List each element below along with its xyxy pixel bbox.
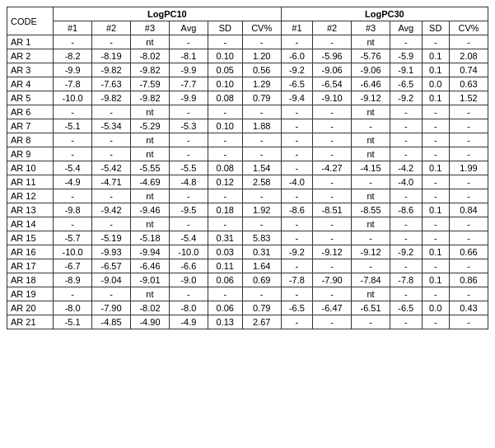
pc30-cell-0: -	[281, 161, 313, 175]
pc10-cell-4: 0.06	[208, 273, 242, 287]
sub-header-9: Avg	[390, 21, 423, 35]
pc10-cell-2: nt	[131, 287, 170, 301]
table-row: AR 17-6.7-6.57-6.46-6.60.111.64------	[7, 259, 488, 273]
pc30-cell-4: -	[422, 231, 449, 245]
pc30-cell-5: 1.52	[449, 91, 488, 105]
pc10-cell-0: -5.4	[54, 161, 92, 175]
pc30-cell-2: nt	[352, 35, 390, 49]
pc10-cell-3: -5.4	[169, 231, 208, 245]
pc30-cell-1: -6.47	[313, 301, 352, 315]
pc10-cell-4: -	[208, 133, 242, 147]
data-table: CODE LogPC10 LogPC30 #1#2#3AvgSDCV%#1#2#…	[7, 7, 488, 329]
pc10-cell-0: -8.0	[54, 301, 92, 315]
pc10-cell-1: -	[92, 217, 131, 231]
code-cell: AR 6	[7, 105, 54, 119]
table-row: AR 7-5.1-5.34-5.29-5.30.101.88------	[7, 119, 488, 133]
pc10-cell-5: 1.88	[242, 119, 281, 133]
sub-header-10: SD	[422, 21, 449, 35]
pc30-cell-5: -	[449, 147, 488, 161]
pc30-cell-2: nt	[352, 189, 390, 203]
pc30-cell-2: -6.51	[352, 301, 390, 315]
pc30-cell-2: -	[352, 315, 390, 329]
pc30-cell-5: 0.63	[449, 77, 488, 91]
pc10-cell-1: -7.63	[92, 77, 131, 91]
pc30-cell-1: -	[313, 259, 352, 273]
pc10-cell-1: -	[92, 147, 131, 161]
table-body: AR 1--nt-----nt---AR 2-8.2-8.19-8.02-8.1…	[7, 35, 488, 329]
pc10-cell-2: -9.46	[131, 203, 170, 217]
pc30-cell-0: -6.5	[281, 77, 313, 91]
pc10-cell-1: -7.90	[92, 301, 131, 315]
pc30-cell-1: -	[313, 217, 352, 231]
table-row: AR 9--nt-----nt---	[7, 147, 488, 161]
pc30-cell-1: -	[313, 287, 352, 301]
pc10-cell-0: -10.0	[54, 245, 92, 259]
pc10-cell-3: -6.6	[169, 259, 208, 273]
pc30-cell-2: -9.06	[352, 63, 390, 77]
pc30-cell-4: -	[422, 105, 449, 119]
pc10-cell-4: 0.06	[208, 301, 242, 315]
pc30-cell-2: nt	[352, 217, 390, 231]
pc10-cell-5: 0.69	[242, 273, 281, 287]
pc10-cell-4: -	[208, 105, 242, 119]
pc30-cell-0: -	[281, 217, 313, 231]
pc30-cell-1: -	[313, 147, 352, 161]
pc10-cell-5: -	[242, 105, 281, 119]
pc30-cell-3: -5.9	[390, 49, 423, 63]
table-row: AR 8--nt-----nt---	[7, 133, 488, 147]
pc10-cell-1: -4.85	[92, 315, 131, 329]
pc30-cell-5: 0.43	[449, 301, 488, 315]
pc30-cell-2: -8.55	[352, 203, 390, 217]
pc10-cell-1: -8.19	[92, 49, 131, 63]
pc10-cell-5: 0.31	[242, 245, 281, 259]
pc10-cell-3: -8.1	[169, 49, 208, 63]
sub-header-3: Avg	[169, 21, 208, 35]
pc10-cell-4: -	[208, 287, 242, 301]
pc30-cell-2: nt	[352, 105, 390, 119]
pc30-cell-1: -9.10	[313, 91, 352, 105]
pc30-cell-5: -	[449, 217, 488, 231]
pc30-cell-1: -	[313, 175, 352, 189]
pc10-cell-4: 0.05	[208, 63, 242, 77]
pc10-cell-5: 0.79	[242, 91, 281, 105]
pc10-cell-3: -	[169, 217, 208, 231]
pc30-cell-4: -	[422, 35, 449, 49]
pc10-cell-2: nt	[131, 217, 170, 231]
pc10-cell-5: 5.83	[242, 231, 281, 245]
sub-header-11: CV%	[449, 21, 488, 35]
pc30-cell-4: -	[422, 119, 449, 133]
pc10-cell-5: 2.58	[242, 175, 281, 189]
logpc10-header: LogPC10	[54, 7, 281, 21]
pc30-cell-4: -	[422, 315, 449, 329]
pc10-cell-5: 0.56	[242, 63, 281, 77]
pc10-cell-2: -7.59	[131, 77, 170, 91]
pc30-cell-0: -7.8	[281, 273, 313, 287]
pc30-cell-5: 0.74	[449, 63, 488, 77]
pc30-cell-3: -	[390, 119, 423, 133]
pc10-cell-0: -4.9	[54, 175, 92, 189]
pc30-cell-4: 0.1	[422, 63, 449, 77]
pc10-cell-4: -	[208, 217, 242, 231]
pc10-cell-4: -	[208, 35, 242, 49]
pc30-cell-0: -9.2	[281, 63, 313, 77]
sub-header-0: #1	[54, 21, 92, 35]
pc10-cell-3: -9.9	[169, 91, 208, 105]
pc30-cell-0: -	[281, 105, 313, 119]
pc10-cell-2: -9.01	[131, 273, 170, 287]
sub-header-8: #3	[352, 21, 390, 35]
pc10-cell-0: -	[54, 287, 92, 301]
table-row: AR 11-4.9-4.71-4.69-4.80.122.58-4.0---4.…	[7, 175, 488, 189]
pc10-cell-0: -8.2	[54, 49, 92, 63]
pc10-cell-3: -5.5	[169, 161, 208, 175]
pc10-cell-4: 0.31	[208, 231, 242, 245]
pc10-cell-1: -5.34	[92, 119, 131, 133]
pc30-cell-4: 0.0	[422, 301, 449, 315]
pc30-cell-1: -	[313, 189, 352, 203]
pc30-cell-3: -4.0	[390, 175, 423, 189]
pc10-cell-5: -	[242, 133, 281, 147]
pc10-cell-4: 0.12	[208, 175, 242, 189]
code-cell: AR 21	[7, 315, 54, 329]
sub-header-row: #1#2#3AvgSDCV%#1#2#3AvgSDCV%	[7, 21, 488, 35]
pc30-cell-5: -	[449, 315, 488, 329]
pc10-cell-1: -9.42	[92, 203, 131, 217]
